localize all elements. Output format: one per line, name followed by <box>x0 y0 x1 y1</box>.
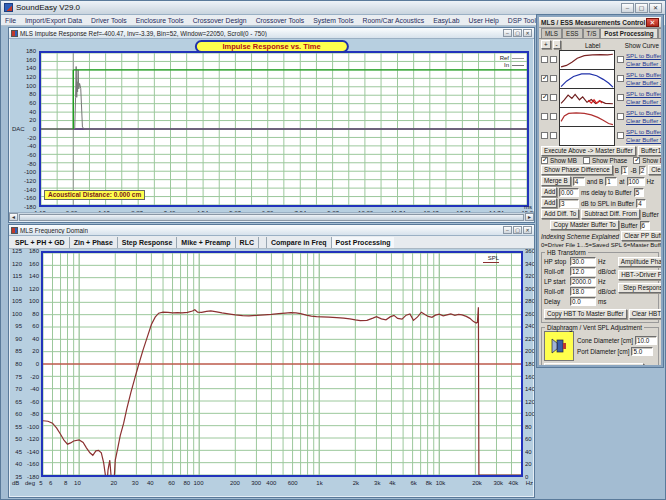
panel-titlebar[interactable]: MLS / ESS Measurements Control ✕ <box>539 17 661 28</box>
clear-buffer3-link[interactable]: Clear Buffer 3 <box>626 98 663 106</box>
clear-pp-buffers-button[interactable]: Clear PP Buffers <box>621 231 663 241</box>
buffer1-right-checkbox[interactable] <box>617 56 624 63</box>
menu-item-system-tools[interactable]: System Tools <box>313 17 353 24</box>
clear-hbt-button[interactable]: Clear HBT <box>629 309 663 319</box>
add-delay-button[interactable]: Add <box>541 187 557 197</box>
port-diameter-field[interactable]: 5.0 <box>631 347 653 356</box>
menu-item-file[interactable]: File <box>5 17 16 24</box>
panel-tab-post-processing[interactable]: Post Processing <box>600 28 657 38</box>
clear-buffer4-link[interactable]: Clear Buffer 4 <box>626 117 663 125</box>
show-mb-checkbox[interactable] <box>541 157 548 164</box>
frequency-close-button[interactable]: ✕ <box>523 226 532 234</box>
add-db-button[interactable]: Add <box>541 198 557 208</box>
hscroll-thumb[interactable] <box>19 214 524 221</box>
frequency-titlebar[interactable]: MLS Frequency Domain – ▢ ✕ <box>9 225 534 236</box>
add-diff-button[interactable]: Add Diff. To <box>541 209 579 219</box>
menu-item-import-export-data[interactable]: Import/Export Data <box>25 17 82 24</box>
spl-to-buffer4-link[interactable]: SPL to Buffer 4 <box>626 109 663 117</box>
impulse-restore-button[interactable]: ▢ <box>513 29 522 37</box>
delay-value-field[interactable]: 0.00 <box>559 188 579 197</box>
required-port-spl-button[interactable]: Required Port SPL Reduction [dB] = <box>544 363 644 367</box>
menu-item-driver-tools[interactable]: Driver Tools <box>91 17 127 24</box>
spl-to-buffer2-link[interactable]: SPL to Buffer 2 <box>626 71 663 79</box>
tab-rlc[interactable]: RLC <box>236 237 259 248</box>
cone-diameter-field[interactable]: 10.0 <box>635 336 657 345</box>
spl-to-buffer3-link[interactable]: SPL to Buffer 3 <box>626 90 663 98</box>
check-show-phase[interactable]: Show Phase <box>583 157 627 164</box>
hscroll-right-arrow-icon[interactable]: ► <box>525 213 534 221</box>
hbt-lp-start-field[interactable]: 2000.0 <box>570 277 596 286</box>
clear-buffer2-link[interactable]: Clear Buffer 2 <box>626 79 663 87</box>
panel-close-icon[interactable]: ✕ <box>646 18 659 27</box>
minimize-button[interactable]: – <box>621 3 634 13</box>
buffer3-show-checkbox[interactable] <box>541 94 548 101</box>
buffer1-buffer2-button[interactable]: Buffer1-Buffer2 <box>638 146 663 156</box>
impulse-hscroll[interactable]: ◄ ► <box>9 212 534 221</box>
phase-diff-b2-field[interactable]: 2 <box>639 166 647 175</box>
menu-item-dsp-tools[interactable]: DSP Tools <box>508 17 540 24</box>
tab-spl-ph-gd[interactable]: SPL + PH + GD <box>11 237 70 248</box>
merge-b1-field[interactable]: 4 <box>573 177 585 186</box>
menu-item-room-car-acoustics[interactable]: Room/Car Acoustics <box>363 17 425 24</box>
panel-tab-ess[interactable]: ESS <box>562 28 583 38</box>
subtract-diff-button[interactable]: Subtract Diff. From <box>581 209 640 219</box>
execute-master-buffer-button[interactable]: Execute Above -> Master Buffer <box>541 146 636 156</box>
impulse-plot[interactable]: RefIn Acoustical Distance: 0.000 cm <box>39 51 529 207</box>
hbt-hp-stop-field[interactable]: 30.0 <box>570 257 596 266</box>
delay-buffer-field[interactable]: 5 <box>634 188 644 197</box>
buffer5-show-checkbox[interactable] <box>541 132 548 139</box>
copy-buffer-field[interactable]: 6 <box>640 221 650 230</box>
buffer3-aux-checkbox[interactable] <box>550 94 557 101</box>
panel-tab-t-s[interactable]: T/S <box>583 28 601 38</box>
menu-item-user-help[interactable]: User Help <box>469 17 499 24</box>
clear-buffer1-link[interactable]: Clear Buffer 1 <box>626 60 663 68</box>
tab-compare-in-freq[interactable]: Compare in Freq <box>266 237 332 248</box>
diff-buffer-field[interactable]: 5 <box>661 210 663 219</box>
buffer3-right-checkbox[interactable] <box>617 94 624 101</box>
check-show-mb[interactable]: Show MB <box>541 157 577 164</box>
buffer4-aux-checkbox[interactable] <box>550 113 557 120</box>
menu-item-enclosure-tools[interactable]: Enclosure Tools <box>136 17 184 24</box>
buffer4-show-checkbox[interactable] <box>541 113 548 120</box>
hbt-driver-file-button[interactable]: HBT->Driver File <box>618 270 663 280</box>
copy-hbt-button[interactable]: Copy HBT To Master Buffer <box>544 309 627 319</box>
panel-tab-csd[interactable]: CSD <box>658 28 663 38</box>
buffer4-right-checkbox[interactable] <box>617 113 624 120</box>
frequency-minimize-button[interactable]: – <box>503 226 512 234</box>
buffer5-right-checkbox[interactable] <box>617 132 624 139</box>
hscroll-left-arrow-icon[interactable]: ◄ <box>9 213 18 221</box>
clear-buffer5-link[interactable]: Clear Buffer 5 <box>626 136 663 144</box>
hbt-roll-off-field[interactable]: 18.0 <box>570 287 596 296</box>
tab-zin-phase[interactable]: Zin + Phase <box>70 237 118 248</box>
db-value-field[interactable]: 3 <box>559 199 579 208</box>
panel-tab-mls[interactable]: MLS <box>541 28 562 38</box>
impulse-titlebar[interactable]: MLS Impulse Response Ref=-400.47, Inv=-3… <box>9 28 534 39</box>
buffer2-aux-checkbox[interactable] <box>550 75 557 82</box>
zoom-in-button[interactable]: + <box>541 40 551 49</box>
buffer2-right-checkbox[interactable] <box>617 75 624 82</box>
amplitude-phase-button[interactable]: Amplitude Phase <box>618 257 663 267</box>
merge-button[interactable]: Merge B <box>541 176 571 186</box>
impulse-minimize-button[interactable]: – <box>503 29 512 37</box>
buffer2-show-checkbox[interactable] <box>541 75 548 82</box>
spl-to-buffer1-link[interactable]: SPL to Buffer 1 <box>626 52 663 60</box>
hbt-roll-off-field[interactable]: 12.0 <box>570 267 596 276</box>
show-driver-checkbox[interactable] <box>633 157 640 164</box>
menu-item-easylab[interactable]: EasyLab <box>433 17 459 24</box>
spl-to-buffer5-link[interactable]: SPL to Buffer 5 <box>626 128 663 136</box>
tab-post-processing[interactable]: Post Processing <box>332 237 395 248</box>
tab-step-response[interactable]: Step Response <box>118 237 178 248</box>
restore-button[interactable]: ▢ <box>635 3 648 13</box>
frequency-plot[interactable]: SPL <box>41 251 523 477</box>
zoom-out-button[interactable]: - <box>553 40 561 49</box>
hbt-delay-field[interactable]: 0.0 <box>570 297 596 306</box>
phase-diff-b1-field[interactable]: 1 <box>621 166 629 175</box>
buffer1-aux-checkbox[interactable] <box>550 56 557 63</box>
show-phase-checkbox[interactable] <box>583 157 590 164</box>
buffer1-show-checkbox[interactable] <box>541 56 548 63</box>
merge-freq-field[interactable]: 100 <box>627 177 645 186</box>
buffer5-aux-checkbox[interactable] <box>550 132 557 139</box>
show-phase-difference-button[interactable]: Show Phase Difference <box>541 165 613 175</box>
indexing-scheme-link[interactable]: Indexing Scheme Explained <box>541 233 619 240</box>
merge-b2-field[interactable]: 1 <box>605 177 617 186</box>
